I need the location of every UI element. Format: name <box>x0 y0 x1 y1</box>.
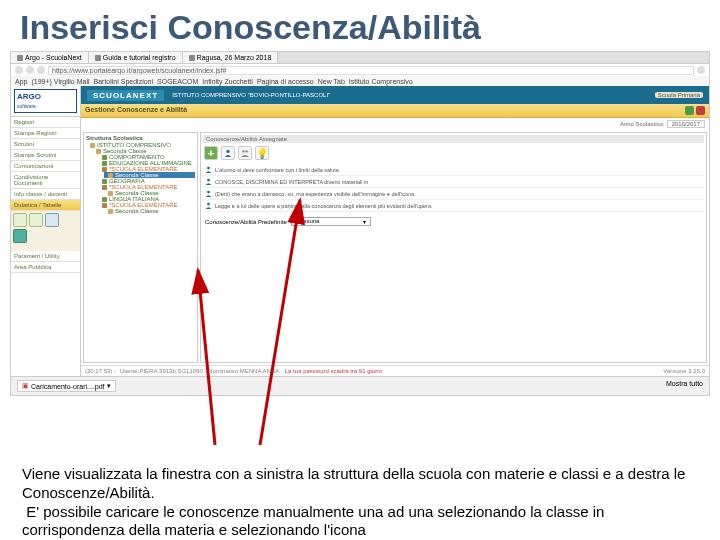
status-user: Utente:PIERA.3913b.SG11090 - Nominativo:… <box>120 368 281 374</box>
status-version: Versione 3.25.0 <box>663 368 705 374</box>
add-button[interactable]: + <box>204 146 218 160</box>
address-bar: https://www.portaleargo.it/argoweb/scuol… <box>11 64 709 76</box>
panel-header: Gestione Conoscenze e Abilità <box>81 104 709 118</box>
sidebar-item-didattica[interactable]: Didattica / Tabelle <box>11 200 80 211</box>
panel-action-icon[interactable] <box>685 106 694 115</box>
back-button[interactable] <box>15 66 23 74</box>
predef-label: Conoscenze/Abilità Predefinite <box>205 219 287 225</box>
tree-node[interactable]: Seconda Classe <box>104 208 195 214</box>
sidebar-icon-grid <box>11 211 80 251</box>
sidebar-item-comunicazioni[interactable]: Comunicazioni <box>11 161 80 172</box>
status-time: (20:17:53) - <box>85 368 116 374</box>
user-button[interactable] <box>221 146 235 160</box>
bookmark[interactable]: Pagina di accesso <box>257 78 314 85</box>
svg-point-4 <box>207 179 210 182</box>
panel-title: Gestione Conoscenze e Abilità <box>85 106 187 115</box>
bookmark[interactable]: Bartolini Spedizioni <box>94 78 154 85</box>
bookmark-bar: App (199+) Virgilio Mail Bartolini Spedi… <box>11 76 709 86</box>
person-icon <box>205 202 212 209</box>
svg-point-6 <box>207 203 210 206</box>
bookmark[interactable]: Infinity Zucchetti <box>202 78 253 85</box>
sidebar-item-parametri[interactable]: Parametri / Utility <box>11 251 80 262</box>
status-pwd-warning: La tua password scadrà tra 91 giorni <box>285 368 382 374</box>
list-item[interactable]: (Detti) che erano a damasco, su, ma espe… <box>203 188 704 200</box>
browser-tab[interactable]: Guida e tutorial registro <box>89 52 183 63</box>
bookmark[interactable]: (199+) Virgilio Mail <box>31 78 89 85</box>
brand-badge: SCUOLANEXT <box>87 90 164 101</box>
grid-icon[interactable] <box>45 213 59 227</box>
main-area: SCUOLANEXT ISTITUTO COMPRENSIVO "BOVIO-P… <box>81 86 709 376</box>
tab-strip: Argo - ScuolaNext Guida e tutorial regis… <box>11 52 709 64</box>
app-header: SCUOLANEXT ISTITUTO COMPRENSIVO "BOVIO-P… <box>81 86 709 104</box>
subject-icon <box>102 155 107 160</box>
bookmark[interactable]: SOGEACOM <box>157 78 198 85</box>
download-item[interactable]: ▣ Caricamento-orari....pdf ▾ <box>17 380 116 392</box>
folder-icon <box>108 209 113 214</box>
school-badge[interactable]: Scuola Primaria <box>655 92 703 98</box>
svg-point-1 <box>242 150 244 152</box>
slide-title: Inserisci Conoscenza/Abilità <box>0 0 720 51</box>
sidebar-item-stampe-registri[interactable]: Stampe Registri <box>11 128 80 139</box>
url-field[interactable]: https://www.portaleargo.it/argoweb/scuol… <box>48 66 694 75</box>
reload-button[interactable] <box>37 66 45 74</box>
app-frame: ARGO software Registri Stampe Registri S… <box>11 86 709 376</box>
subject-icon <box>102 197 107 202</box>
logo-area: ARGO software <box>11 86 80 117</box>
bookmark[interactable]: New Tab <box>318 78 345 85</box>
tree-panel: Struttura Scolastica ISTITUTO COMPRENSIV… <box>83 132 198 363</box>
sidebar-item-scrutini[interactable]: Scrutini <box>11 139 80 150</box>
predef-select[interactable]: Nessuna▾ <box>291 217 371 226</box>
sidebar-item-stampe-scrutini[interactable]: Stampe Scrutini <box>11 150 80 161</box>
svg-point-3 <box>207 167 210 170</box>
close-icon[interactable] <box>696 106 705 115</box>
svg-point-2 <box>245 150 247 152</box>
status-bar: (20:17:53) - Utente:PIERA.3913b.SG11090 … <box>81 365 709 376</box>
download-bar: ▣ Caricamento-orari....pdf ▾ Mostra tutt… <box>11 376 709 395</box>
person-icon <box>205 178 212 185</box>
show-all-downloads[interactable]: Mostra tutto <box>666 380 703 392</box>
grid-icon[interactable] <box>13 229 27 243</box>
toolbar: + 💡 <box>203 145 704 161</box>
list-item[interactable]: CONOSCE, DISCRIMINA ED INTERPRETA divers… <box>203 176 704 188</box>
list-item[interactable]: Legge e a lui delle opere a partire dall… <box>203 200 704 212</box>
year-select[interactable]: 2016/2017 <box>667 120 705 128</box>
subject-icon <box>102 161 107 166</box>
svg-point-5 <box>207 191 210 194</box>
right-panel: Conoscenze/Abilità Assegnate + 💡 L'alunn… <box>200 132 707 363</box>
bookmark[interactable]: App <box>15 78 27 85</box>
lock-icon <box>102 203 107 208</box>
argo-logo: ARGO software <box>14 89 77 113</box>
grid-icon[interactable] <box>29 213 43 227</box>
subpanel-header: Conoscenze/Abilità Assegnate <box>203 135 704 143</box>
content-split: Struttura Scolastica ISTITUTO COMPRENSIV… <box>81 130 709 365</box>
sidebar-item-registri[interactable]: Registri <box>11 117 80 128</box>
person-icon <box>205 190 212 197</box>
folder-icon <box>108 191 113 196</box>
list-item[interactable]: L'alunno si deve confrontare con i limit… <box>203 164 704 176</box>
svg-point-0 <box>226 150 229 153</box>
folder-icon <box>96 149 101 154</box>
browser-tab[interactable]: Argo - ScuolaNext <box>11 52 89 63</box>
pdf-icon: ▣ <box>22 382 29 390</box>
chevron-down-icon: ▾ <box>107 382 111 390</box>
grid-icon[interactable] <box>13 213 27 227</box>
bulb-button[interactable]: 💡 <box>255 146 269 160</box>
browser-window: Argo - ScuolaNext Guida e tutorial regis… <box>10 51 710 396</box>
sidebar-item-info-classe[interactable]: Info classe / docenti <box>11 189 80 200</box>
folder-icon <box>90 143 95 148</box>
person-icon <box>205 166 212 173</box>
forward-button[interactable] <box>26 66 34 74</box>
lock-icon <box>102 167 107 172</box>
subject-icon <box>102 179 107 184</box>
chevron-down-icon: ▾ <box>363 218 366 225</box>
sidebar: ARGO software Registri Stampe Registri S… <box>11 86 81 376</box>
browser-tab[interactable]: Ragusa, 26 Marzo 2018 <box>183 52 279 63</box>
sidebar-item-condivisione[interactable]: Condivisione Documenti <box>11 172 80 189</box>
lock-icon <box>102 185 107 190</box>
slide-caption: Viene visualizzata la finestra con a sin… <box>0 461 720 540</box>
multi-user-button[interactable] <box>238 146 252 160</box>
sidebar-item-area-pubblica[interactable]: Area Pubblica <box>11 262 80 273</box>
tree-header: Struttura Scolastica <box>86 135 195 141</box>
bookmark[interactable]: Istituto Comprensivo <box>349 78 413 85</box>
star-icon[interactable] <box>697 66 705 74</box>
